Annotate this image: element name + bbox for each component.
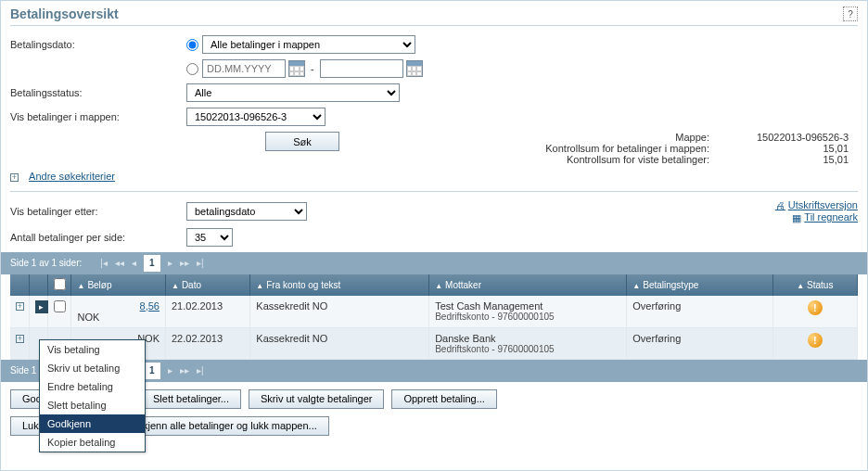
recipient-name: Test Cash Management xyxy=(435,300,620,312)
pager-first-icon[interactable]: |◂ xyxy=(100,258,108,268)
calendar-icon[interactable] xyxy=(288,60,305,77)
radio-date-range[interactable] xyxy=(186,63,198,75)
search-button[interactable]: Søk xyxy=(265,132,339,151)
pager-prev-icon[interactable]: ◂◂ xyxy=(115,258,124,268)
amount-link[interactable]: 8,56 xyxy=(77,300,160,312)
context-menu-item[interactable]: Slett betaling xyxy=(40,396,145,414)
summary-shown-value: 15,01 xyxy=(719,154,849,165)
summary-folder-label: Mappe: xyxy=(675,132,709,143)
date-from-input[interactable] xyxy=(202,59,286,78)
col-amount[interactable]: ▲Beløp xyxy=(71,274,166,296)
expand-row-icon[interactable]: + xyxy=(16,335,24,343)
col-type[interactable]: ▲Betalingstype xyxy=(627,274,772,296)
radio-all-payments[interactable] xyxy=(186,39,198,51)
cell-type: Overføring xyxy=(627,327,772,359)
status-warning-icon[interactable]: ! xyxy=(808,333,823,348)
pager-back-icon[interactable]: ◂ xyxy=(132,258,136,268)
row-action-icon[interactable]: ▸ xyxy=(35,300,48,313)
summary-folder-value: 15022013-096526-3 xyxy=(719,132,849,143)
pager-next-icon[interactable]: ▸ xyxy=(168,258,172,268)
date-separator: - xyxy=(311,63,314,74)
create-payment-button[interactable]: Opprett betaling... xyxy=(391,389,496,409)
row-checkbox[interactable] xyxy=(54,300,66,312)
to-spreadsheet-link[interactable]: ▦Til regneark xyxy=(775,211,858,224)
section-divider xyxy=(10,191,858,192)
col-status[interactable]: ▲Status xyxy=(772,274,857,296)
more-criteria-link[interactable]: Andre søkekriterier xyxy=(29,171,115,182)
pager-last-icon[interactable]: ▸| xyxy=(197,365,204,376)
cell-date: 21.02.2013 xyxy=(165,296,249,328)
status-warning-icon[interactable]: ! xyxy=(808,300,823,315)
select-sort[interactable]: betalingsdato xyxy=(186,202,307,221)
print-version-link[interactable]: 🖨Utskriftsversjon xyxy=(775,199,858,211)
context-menu-item[interactable]: Vis betaling xyxy=(40,340,145,359)
currency-label: NOK xyxy=(77,312,99,323)
sort-label: Vis betalinger etter: xyxy=(10,206,186,217)
pager-fwd-icon[interactable]: ▸▸ xyxy=(180,258,189,268)
context-menu-item[interactable]: Kopier betaling xyxy=(40,433,145,452)
select-all-checkbox[interactable] xyxy=(54,278,66,290)
select-perpage[interactable]: 35 xyxy=(186,228,233,247)
filter-folder-label: Vis betalinger i mappen: xyxy=(10,111,186,122)
recipient-account: Bedriftskonto - 97600000105 xyxy=(435,312,620,322)
cell-type: Overføring xyxy=(627,296,772,328)
context-menu-item[interactable]: Skriv ut betaling xyxy=(40,359,145,377)
summary-shown-label: Kontrollsum for viste betalinger: xyxy=(567,154,709,165)
expand-row-icon[interactable]: + xyxy=(16,302,24,311)
select-folder[interactable]: 15022013-096526-3 xyxy=(186,108,326,126)
cell-from: Kassekredit NO xyxy=(250,327,429,359)
pager-current: 1 xyxy=(144,255,160,272)
context-menu-item[interactable]: Endre betaling xyxy=(40,377,145,396)
pager-top: Side 1 av 1 sider: |◂ ◂◂ ◂ 1 ▸ ▸▸ ▸| xyxy=(1,252,867,274)
col-recipient[interactable]: ▲Mottaker xyxy=(429,274,627,296)
date-to-input[interactable] xyxy=(320,59,403,78)
expand-icon[interactable]: + xyxy=(10,173,19,182)
summary-ctrl-label: Kontrollsum for betalinger i mappen: xyxy=(545,143,709,154)
select-status[interactable]: Alle xyxy=(186,83,400,102)
select-all-payments[interactable]: Alle betalinger i mappen xyxy=(202,35,415,54)
pager-last-icon[interactable]: ▸| xyxy=(197,258,204,268)
page-title: Betalingsoversikt xyxy=(10,6,119,21)
pager-label: Side 1 av 1 sider: xyxy=(10,258,82,268)
pager-next-icon[interactable]: ▸ xyxy=(168,365,172,376)
filter-status-label: Betalingsstatus: xyxy=(10,87,186,98)
pager-fwd-icon[interactable]: ▸▸ xyxy=(180,365,189,376)
context-menu: Vis betalingSkriv ut betalingEndre betal… xyxy=(39,339,146,452)
recipient-account: Bedriftskonto - 97600000105 xyxy=(435,344,620,354)
perpage-label: Antall betalinger per side: xyxy=(10,232,186,243)
recipient-name: Danske Bank xyxy=(435,333,620,344)
table-row: + ▸ 8,56 NOK 21.02.2013 Kassekredit NO T… xyxy=(10,296,858,328)
help-icon[interactable]: ? xyxy=(843,6,858,21)
context-menu-item[interactable]: Godkjenn xyxy=(40,414,145,433)
pager-current: 1 xyxy=(144,363,160,379)
print-selected-button[interactable]: Skriv ut valgte betalinger xyxy=(249,389,384,409)
delete-button[interactable]: Slett betalinger... xyxy=(141,389,241,409)
calendar-icon[interactable] xyxy=(406,60,423,77)
summary-ctrl-value: 15,01 xyxy=(719,143,849,154)
filter-date-label: Betalingsdato: xyxy=(10,39,186,50)
cell-from: Kassekredit NO xyxy=(250,296,429,328)
col-from[interactable]: ▲Fra konto og tekst xyxy=(250,274,429,296)
header-divider xyxy=(10,25,858,26)
col-date[interactable]: ▲Dato xyxy=(165,274,249,296)
cell-date: 22.02.2013 xyxy=(165,327,249,359)
